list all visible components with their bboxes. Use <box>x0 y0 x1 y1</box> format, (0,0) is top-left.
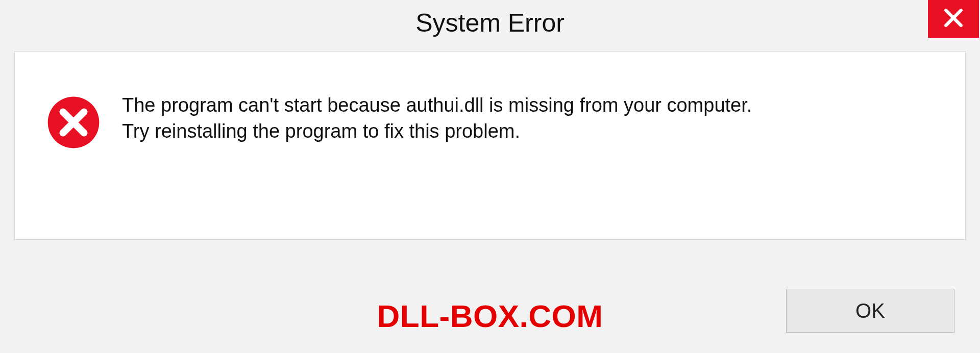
close-icon <box>942 7 965 31</box>
error-icon <box>45 94 102 153</box>
window-title: System Error <box>415 8 565 38</box>
message-line-1: The program can't start because authui.d… <box>122 92 935 118</box>
message-line-2: Try reinstalling the program to fix this… <box>122 118 935 144</box>
close-button[interactable] <box>928 0 979 38</box>
error-message: The program can't start because authui.d… <box>122 92 935 145</box>
titlebar: System Error <box>0 0 980 46</box>
ok-button-label: OK <box>855 299 885 322</box>
ok-button[interactable]: OK <box>786 289 954 333</box>
footer: DLL-BOX.COM OK <box>0 289 980 343</box>
content-panel: The program can't start because authui.d… <box>14 51 966 240</box>
watermark-text: DLL-BOX.COM <box>377 298 603 334</box>
